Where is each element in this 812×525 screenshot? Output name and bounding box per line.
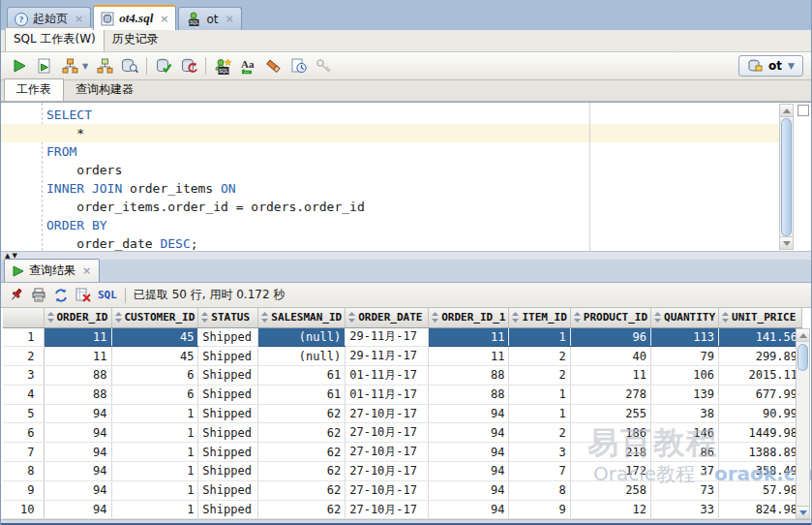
snippets-button-disabled[interactable] (313, 55, 334, 77)
cell-order_date[interactable]: 27-10月-17 (346, 500, 429, 519)
column-header-unit_price[interactable]: UNIT_PRICE (719, 308, 802, 327)
cell-salesman_id[interactable]: (null) (258, 327, 346, 347)
cell-order_date[interactable]: 29-11月-17 (346, 327, 429, 347)
cell-product_id[interactable]: 12 (570, 500, 650, 519)
cell-salesman_id[interactable]: 62 (258, 443, 346, 462)
tab-query-result[interactable]: 查询结果 × (4, 259, 100, 282)
cell-quantity[interactable]: 73 (651, 480, 719, 500)
cell-item_id[interactable]: 7 (509, 462, 570, 481)
table-row[interactable]: 5941Shipped6227-10月-179412553890.99 (3, 404, 802, 423)
column-header-status[interactable]: STATUS (198, 308, 258, 327)
cell-order_id_1[interactable]: 88 (429, 366, 509, 386)
cell-order_id[interactable]: 94 (44, 462, 111, 481)
cell-status[interactable]: Shipped (198, 480, 258, 500)
cell-customer_id[interactable]: 6 (111, 366, 198, 386)
cell-order_date[interactable]: 27-10月-17 (346, 443, 429, 462)
commit-button[interactable] (153, 55, 174, 77)
scroll-up-button[interactable] (780, 105, 793, 117)
cell-unit_price[interactable]: 141.56 (719, 327, 802, 347)
cell-item_id[interactable]: 8 (509, 480, 570, 500)
table-row[interactable]: 3886Shipped6101-11月-17882111062015.11 (3, 366, 802, 386)
scroll-down-button[interactable] (780, 236, 793, 249)
cell-item_id[interactable]: 2 (509, 366, 570, 386)
cell-product_id[interactable]: 172 (570, 462, 650, 481)
cell-product_id[interactable]: 96 (570, 327, 650, 347)
row-number[interactable]: 2 (3, 347, 44, 366)
cell-order_id_1[interactable]: 11 (429, 347, 509, 366)
cell-order_date[interactable]: 27-10月-17 (346, 404, 429, 423)
table-row[interactable]: 8941Shipped6227-10月-1794717237358.49 (3, 462, 802, 481)
tab-history[interactable]: 历史记录 (105, 28, 166, 51)
cell-order_date[interactable]: 29-11月-17 (346, 347, 429, 366)
cell-salesman_id[interactable]: (null) (258, 347, 346, 366)
cell-status[interactable]: Shipped (198, 385, 258, 404)
cell-item_id[interactable]: 9 (509, 500, 570, 519)
cell-customer_id[interactable]: 1 (111, 480, 198, 500)
cell-product_id[interactable]: 278 (570, 385, 650, 404)
cell-quantity[interactable]: 139 (651, 385, 719, 404)
cell-customer_id[interactable]: 45 (111, 347, 198, 366)
chevron-down-icon[interactable]: ▼ (82, 62, 88, 71)
cell-customer_id[interactable]: 1 (111, 462, 198, 481)
table-row[interactable]: 6941Shipped6227-10月-179421861461449.98 (3, 423, 802, 443)
cell-order_date[interactable]: 27-10月-17 (346, 480, 429, 500)
cell-status[interactable]: Shipped (198, 404, 258, 423)
cell-order_date[interactable]: 27-10月-17 (346, 423, 429, 443)
editor-split-box[interactable] (797, 105, 809, 116)
cell-product_id[interactable]: 255 (570, 404, 650, 423)
cell-quantity[interactable]: 33 (651, 500, 719, 519)
cell-customer_id[interactable]: 1 (111, 404, 198, 423)
cell-quantity[interactable]: 37 (651, 462, 719, 481)
close-icon[interactable]: × (75, 13, 83, 25)
run-statement-button[interactable] (9, 55, 30, 77)
autotrace-button[interactable] (59, 55, 80, 77)
cell-quantity[interactable]: 79 (651, 347, 719, 366)
row-number[interactable]: 7 (3, 443, 44, 462)
clear-button[interactable] (262, 55, 284, 77)
column-header-order_id_1[interactable]: ORDER_ID_1 (429, 308, 509, 327)
scroll-down-button[interactable] (797, 506, 809, 518)
connection-selector[interactable]: ot ▼ (738, 55, 803, 77)
cell-status[interactable]: Shipped (198, 443, 258, 462)
cell-order_id[interactable]: 88 (44, 366, 111, 386)
unshared-worksheet-button[interactable]: SQL (212, 55, 233, 77)
cell-customer_id[interactable]: 1 (111, 443, 198, 462)
tab-worksheet[interactable]: 工作表 (4, 78, 64, 101)
panel-splitter[interactable]: ▲ ▼ (1, 251, 811, 260)
table-row[interactable]: 21145Shipped(null)29-11月-171124079299.89 (3, 347, 802, 366)
cell-customer_id[interactable]: 6 (111, 385, 198, 404)
cell-status[interactable]: Shipped (198, 347, 258, 366)
cell-order_date[interactable]: 01-11月-17 (346, 385, 429, 404)
cell-unit_price[interactable]: 90.99 (719, 404, 802, 423)
cell-item_id[interactable]: 1 (509, 404, 570, 423)
cancel-fetch-button[interactable] (74, 286, 93, 305)
cell-order_date[interactable]: 27-10月-17 (346, 462, 429, 481)
close-icon[interactable]: × (82, 264, 91, 277)
cell-salesman_id[interactable]: 62 (258, 462, 346, 481)
cell-order_id_1[interactable]: 94 (429, 443, 509, 462)
table-row[interactable]: 9941Shipped6227-10月-179482587357.98 (3, 480, 802, 500)
scrollbar-thumb[interactable] (797, 344, 808, 371)
cell-salesman_id[interactable]: 61 (258, 366, 346, 386)
cell-order_id[interactable]: 11 (44, 347, 111, 366)
cell-unit_price[interactable]: 299.89 (719, 347, 802, 366)
cell-product_id[interactable]: 218 (570, 443, 650, 462)
cell-salesman_id[interactable]: 62 (258, 423, 346, 443)
cell-order_id_1[interactable]: 94 (429, 500, 509, 519)
cell-item_id[interactable]: 1 (509, 327, 570, 347)
cell-product_id[interactable]: 40 (570, 347, 650, 366)
column-header-order_date[interactable]: ORDER_DATE (346, 308, 429, 327)
sql-history-button[interactable] (287, 55, 309, 77)
cell-status[interactable]: Shipped (198, 423, 258, 443)
cell-order_id_1[interactable]: 11 (429, 327, 509, 347)
close-icon[interactable]: × (226, 13, 234, 25)
row-number[interactable]: 1 (3, 327, 44, 347)
cell-order_date[interactable]: 01-11月-17 (346, 366, 429, 386)
cell-item_id[interactable]: 2 (509, 423, 570, 443)
column-header-salesman_id[interactable]: SALESMAN_ID (258, 308, 346, 327)
cell-order_id_1[interactable]: 94 (429, 480, 509, 500)
scrollbar-thumb[interactable] (781, 118, 792, 236)
grid-vertical-scrollbar[interactable] (796, 328, 810, 519)
sql-editor[interactable]: SELECT *FROM ordersINNER JOIN order_item… (1, 102, 811, 251)
tab-ot4-sql[interactable]: ot4.sql × (93, 5, 176, 30)
